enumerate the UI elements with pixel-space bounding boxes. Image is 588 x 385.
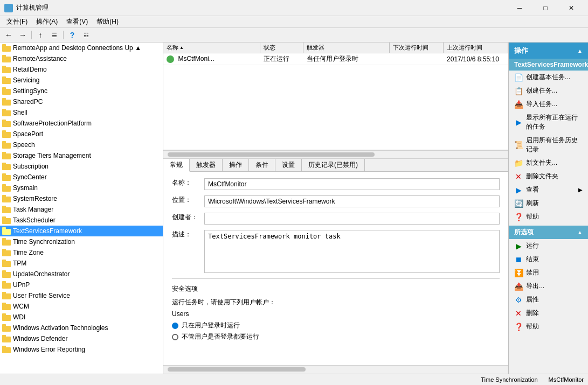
tree-item-updateorchestrator[interactable]: UpdateOrchestrator (0, 269, 163, 279)
menu-action[interactable]: 操作(A) (32, 16, 62, 27)
radio-logon-only[interactable]: 只在用户登录时运行 (172, 321, 500, 330)
action-properties[interactable]: ⚙ 属性 (509, 293, 588, 306)
tree-item-sysmain[interactable]: Sysmain (0, 183, 163, 193)
action-enable-history[interactable]: 📜 启用所有任务历史记录 (509, 134, 588, 156)
tree-item-timezone[interactable]: Time Zone (0, 247, 163, 258)
tree-item-upnp[interactable]: UPnP (0, 279, 163, 290)
detail-section: 常规 触发器 操作 条件 设置 历史记录(已禁用) 名称： 位置： (163, 159, 508, 365)
tree-item-spaceport[interactable]: SpacePort (0, 129, 163, 139)
back-button[interactable]: ← (2, 29, 15, 41)
delete-folder-icon: ✕ (514, 172, 523, 181)
tree-item-settingsync[interactable]: SettingSync (0, 86, 163, 96)
action-refresh[interactable]: 🔄 刷新 (509, 197, 588, 210)
actions-subheader: TextServicesFramework ▲ (509, 59, 588, 71)
minimize-button[interactable]: ─ (507, 2, 532, 14)
action-import-task[interactable]: 📥 导入任务... (509, 97, 588, 111)
action-end[interactable]: ⏹ 结束 (509, 253, 588, 266)
tree-item-storagetiers[interactable]: Storage Tiers Management (0, 150, 163, 161)
tree-item-retaildemo[interactable]: RetailDemo (0, 64, 163, 75)
folder-icon (2, 184, 11, 192)
action-view[interactable]: ▶ 查看 ▶ (509, 183, 588, 197)
tab-actions[interactable]: 操作 (223, 159, 249, 171)
column-header-nextrun[interactable]: 下次运行时间 (390, 43, 444, 53)
tab-general[interactable]: 常规 (163, 159, 190, 172)
help-toolbar-button[interactable]: ? (66, 29, 79, 41)
up-button[interactable]: ↑ (34, 29, 47, 41)
action-show-running[interactable]: ▶ 显示所有正在运行的任务 (509, 111, 588, 134)
tree-item-taskscheduler[interactable]: TaskScheduler (0, 215, 163, 226)
tree-item-synccenter[interactable]: SyncCenter (0, 172, 163, 183)
action-run[interactable]: ▶ 运行 (509, 239, 588, 253)
name-input[interactable] (204, 178, 500, 190)
menu-file[interactable]: 文件(F) (2, 16, 32, 27)
folder-icon (2, 173, 11, 181)
close-button[interactable]: ✕ (559, 2, 584, 14)
name-label: 名称： (172, 178, 204, 187)
import-task-icon: 📥 (514, 100, 523, 109)
tree-item-textservicesframework[interactable]: TextServicesFramework (0, 226, 163, 236)
detail-hscroll[interactable] (163, 365, 508, 374)
new-folder-icon: 📁 (514, 159, 523, 167)
column-header-lastrun[interactable]: 上次运行时间 (444, 43, 508, 53)
tree-item-spp[interactable]: SoftwareProtectionPlatform (0, 118, 163, 129)
column-header-name[interactable]: 名称 ▲ (163, 43, 260, 53)
task-list-hscroll[interactable] (163, 150, 508, 159)
tree-item-userprofileservice[interactable]: User Profile Service (0, 290, 163, 301)
action-delete[interactable]: ✕ 删除 (509, 306, 588, 320)
tab-settings[interactable]: 设置 (275, 159, 302, 171)
menu-view[interactable]: 查看(V) (62, 16, 92, 27)
action-export[interactable]: 📤 导出... (509, 279, 588, 293)
selected-expand-icon[interactable]: ▲ (577, 229, 583, 235)
tree-item-windefender[interactable]: Windows Defender (0, 333, 163, 344)
properties-icon: ⚙ (514, 296, 523, 304)
folder-icon (2, 335, 11, 342)
action-create-basic[interactable]: 📄 创建基本任务... (509, 71, 588, 84)
radio-btn-always-icon (172, 334, 178, 340)
tree-item-systemrestore[interactable]: SystemRestore (0, 193, 163, 204)
folder-icon (2, 44, 11, 52)
maximize-button[interactable]: □ (533, 2, 558, 14)
column-header-trigger[interactable]: 触发器 (303, 43, 390, 53)
security-title: 安全选项 (172, 284, 500, 293)
tabs-bar: 常规 触发器 操作 条件 设置 历史记录(已禁用) (163, 159, 508, 172)
tree-item-tpm[interactable]: TPM (0, 258, 163, 269)
tree-item-timesync[interactable]: Time Synchronization (0, 236, 163, 247)
tree-item-speech[interactable]: Speech (0, 139, 163, 150)
tree-item-winerrorreporting[interactable]: Windows Error Reporting (0, 344, 163, 355)
properties-toolbar-button[interactable]: ☷ (80, 29, 93, 41)
location-input[interactable] (204, 195, 500, 207)
author-input[interactable] (204, 213, 500, 225)
tab-history[interactable]: 历史记录(已禁用) (302, 159, 365, 171)
desc-label: 描述： (172, 230, 204, 239)
action-help[interactable]: ❓ 帮助 (509, 210, 588, 223)
actions-expand-icon[interactable]: ▲ (577, 48, 583, 54)
tree-item-taskmanager[interactable]: Task Manager (0, 204, 163, 215)
toolbar-separator-1 (31, 31, 32, 39)
tree-item-shell[interactable]: Shell (0, 107, 163, 118)
security-run-as-row: 运行任务时，请使用下列用户帐户： (172, 298, 500, 307)
desc-textarea[interactable]: TextServicesFramework monitor task (204, 230, 500, 273)
action-disable[interactable]: ⏬ 禁用 (509, 266, 588, 279)
tree-item-servicing[interactable]: Servicing (0, 75, 163, 86)
tree-item-remoteassistance[interactable]: RemoteAssistance (0, 53, 163, 64)
forward-button[interactable]: → (16, 29, 29, 41)
action-delete-folder[interactable]: ✕ 删除文件夹 (509, 170, 588, 183)
tree-item-sharedpc[interactable]: SharedPC (0, 96, 163, 107)
tree-item-subscription[interactable]: Subscription (0, 161, 163, 172)
action-help-sub[interactable]: ❓ 帮助 (509, 320, 588, 333)
tree-item-wdi[interactable]: WDI (0, 312, 163, 323)
radio-always-run[interactable]: 不管用户是否登录都要运行 (172, 332, 500, 341)
menu-help[interactable]: 帮助(H) (92, 16, 123, 27)
column-header-status[interactable]: 状态 (260, 43, 303, 53)
tree-item-wcm[interactable]: WCM (0, 301, 163, 312)
tab-conditions[interactable]: 条件 (249, 159, 275, 171)
tab-triggers[interactable]: 触发器 (190, 159, 223, 171)
action-create-task[interactable]: 📋 创建任务... (509, 84, 588, 97)
tree-item-remoteapp[interactable]: RemoteApp and Desktop Connections Up ▲ (0, 43, 163, 53)
task-row[interactable]: MsCtfMoni... 正在运行 当任何用户登录时 2017/10/6 8:5… (163, 53, 508, 65)
folder-icon (2, 195, 11, 202)
folder-icon (2, 98, 11, 106)
action-new-folder[interactable]: 📁 新文件夹... (509, 156, 588, 170)
tree-item-winactivation[interactable]: Windows Activation Technologies (0, 323, 163, 333)
show-hide-button[interactable]: ☰ (48, 29, 61, 41)
